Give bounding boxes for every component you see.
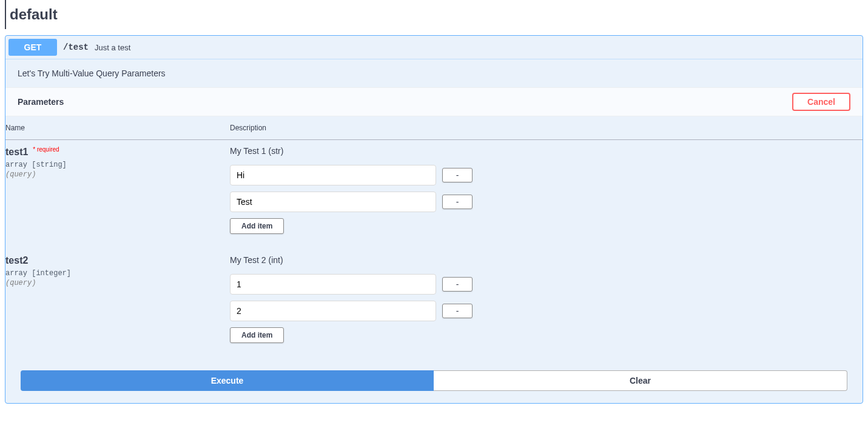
operation-description: Let's Try Multi-Value Query Parameters [5,59,863,87]
add-item-button[interactable]: Add item [230,218,284,234]
remove-item-button[interactable]: - [442,277,473,292]
column-header-description: Description [230,116,863,140]
section-title[interactable]: default [5,0,863,29]
clear-button[interactable]: Clear [434,370,847,391]
param-value-input[interactable] [230,301,436,321]
operation-summary-text: Just a test [95,43,130,52]
param-type: array [integer] [5,266,230,278]
param-type: array [string] [5,158,230,169]
param-in: (query) [5,169,230,179]
param-required-label: * required [30,146,59,153]
param-name: test1 [5,147,28,157]
param-value-row: - [230,301,863,321]
add-item-button[interactable]: Add item [230,327,284,343]
param-value-row: - [230,165,863,185]
param-in: (query) [5,278,230,287]
param-value-input[interactable] [230,192,436,212]
param-description: My Test 1 (str) [230,146,863,156]
param-value-input[interactable] [230,274,436,295]
parameters-table: Name Description test1 * required array … [5,116,863,358]
parameter-row: test1 * required array [string] (query) … [5,140,863,250]
parameter-row: test2 array [integer] (query) My Test 2 … [5,249,863,358]
param-value-row: - [230,192,863,212]
param-name: test2 [5,255,28,265]
action-bar: Execute Clear [5,358,863,403]
cancel-button[interactable]: Cancel [792,93,850,111]
param-description: My Test 2 (int) [230,255,863,265]
operation-block: GET /test Just a test Let's Try Multi-Va… [5,35,863,404]
column-header-name: Name [5,116,230,140]
remove-item-button[interactable]: - [442,304,473,318]
parameters-title: Parameters [18,97,64,107]
execute-button[interactable]: Execute [21,370,434,391]
param-value-row: - [230,274,863,295]
remove-item-button[interactable]: - [442,195,473,209]
remove-item-button[interactable]: - [442,168,473,182]
http-method-badge: GET [8,39,57,56]
operation-path: /test [63,42,89,52]
param-value-input[interactable] [230,165,436,185]
parameters-header: Parameters Cancel [5,87,863,116]
operation-summary[interactable]: GET /test Just a test [5,36,863,59]
